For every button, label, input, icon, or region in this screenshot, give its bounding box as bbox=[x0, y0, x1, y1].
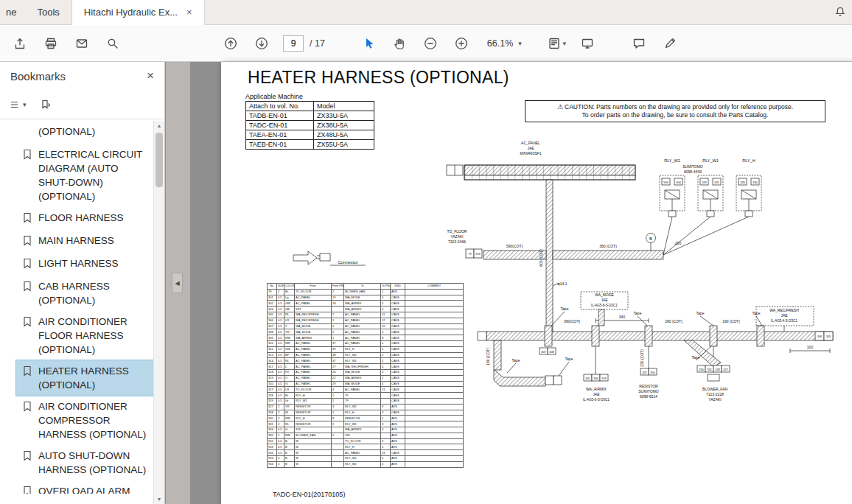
minus-circle-icon bbox=[423, 36, 438, 51]
wire-list-cell: B bbox=[284, 450, 295, 456]
bookmark-item[interactable]: OVERLOAD ALARM HARNESS 1 bbox=[16, 480, 153, 494]
collapse-left-icon: ◀ bbox=[175, 280, 179, 287]
pin-number: 328 bbox=[715, 368, 720, 371]
wire-list-cell bbox=[405, 369, 464, 375]
blower-fan-label: BLOWER_FAN bbox=[702, 387, 728, 391]
pin-number: 308 bbox=[549, 350, 554, 354]
bookmark-item[interactable]: LIGHT HARNESS bbox=[16, 253, 153, 276]
wire-list-header: From bbox=[295, 284, 332, 290]
reading-mode-button[interactable] bbox=[572, 29, 603, 58]
wire-list-row: 3040.5GBSSTWA_AIRMIX4CAVS bbox=[268, 307, 464, 312]
sidebar-scrollbar[interactable]: ▲ ▼ bbox=[153, 121, 164, 504]
close-tab-icon[interactable]: × bbox=[186, 7, 192, 24]
wire-list-cell: AC_PANEL bbox=[344, 312, 381, 318]
comment-button[interactable] bbox=[624, 29, 654, 58]
close-panel-icon[interactable]: × bbox=[147, 69, 154, 83]
wire-list-cell: CAVS bbox=[391, 323, 405, 329]
wire-list-cell: RLY_W1 bbox=[344, 421, 381, 427]
comment-bubble-icon bbox=[632, 36, 646, 51]
bookmark-options-button[interactable]: ▾ bbox=[9, 99, 27, 111]
previous-page-button[interactable] bbox=[215, 29, 246, 58]
caution-box: ⚠CAUTION: Parts numbers on the drawing a… bbox=[525, 100, 825, 122]
bookmark-item[interactable]: CAB HARNESS (OPTIONAL) bbox=[16, 276, 153, 311]
wire-list-cell: 309 bbox=[268, 335, 277, 341]
wire-list-cell: 22 bbox=[332, 375, 344, 381]
applicable-caption: Applicable Machine bbox=[245, 93, 374, 100]
pin-number: 320 bbox=[585, 377, 590, 380]
search-icon bbox=[105, 36, 120, 51]
bookmark-item[interactable]: ELECTRICAL CIRCUIT DIAGRAM (AUTO SHUT-DO… bbox=[16, 144, 153, 207]
document-view[interactable]: HEATER HARNESS (OPTIONAL) Applicable Mac… bbox=[190, 62, 852, 504]
bookmark-label: AIR CONDITIONER FLOOR HARNESS (OPTIONAL) bbox=[38, 315, 149, 357]
wire-list-cell: 318 bbox=[268, 369, 277, 375]
wire-list-cell: 2 bbox=[277, 433, 284, 438]
wire-list-cell: 0.5 bbox=[277, 387, 284, 393]
wire-list-row: 3070.5YWA_MODE1AC_PANEL10CAVS bbox=[268, 323, 464, 329]
dim-180: 180 (COT) bbox=[486, 348, 490, 365]
wire-list-cell: RESISTOR bbox=[295, 410, 332, 416]
zoom-out-button[interactable] bbox=[415, 29, 446, 58]
pin-number: 903 bbox=[663, 181, 668, 184]
highlight-button[interactable] bbox=[654, 29, 685, 58]
b-circle-label: B bbox=[649, 237, 652, 241]
wire-list-cell: 2 bbox=[277, 461, 284, 467]
bookmark-label: MAIN HARNESS bbox=[38, 234, 149, 248]
zoom-level-dropdown[interactable]: 66.1% ▾ bbox=[481, 35, 528, 52]
home-tab-partial[interactable]: ne bbox=[0, 0, 25, 24]
wire-list-cell: RL bbox=[284, 421, 295, 427]
page-number-input[interactable] bbox=[283, 35, 304, 52]
email-button[interactable] bbox=[66, 29, 97, 58]
bookmark-item[interactable]: FLOOR HARNESS bbox=[16, 207, 153, 230]
save-button[interactable] bbox=[4, 29, 35, 58]
envelope-icon bbox=[74, 36, 89, 51]
wire-list-cell bbox=[381, 393, 391, 399]
wire-list-cell: RLY_H bbox=[295, 393, 332, 399]
dim-390: 390(COT) bbox=[564, 319, 581, 323]
wire-list-cell: WA_REC/FRESH bbox=[295, 318, 332, 323]
scrollbar-thumb[interactable] bbox=[156, 133, 163, 187]
page-view-button[interactable]: ▾ bbox=[541, 29, 572, 58]
wire-list-cell: 0.5 bbox=[277, 335, 284, 341]
wire-list-cell: RESISTOR bbox=[344, 416, 381, 421]
notification-bell-icon[interactable] bbox=[833, 5, 848, 20]
tab-document-active[interactable]: Hitachi Hydraulic Ex... × bbox=[71, 0, 205, 25]
scroll-down-icon[interactable]: ▼ bbox=[154, 497, 164, 502]
wa-rec-fresh-part: IL-AG5-4-S-D3C1 bbox=[771, 319, 797, 323]
expand-current-bookmark-button[interactable] bbox=[40, 99, 52, 111]
wire-list-cell: AC_PANEL bbox=[295, 358, 332, 364]
bookmark-item[interactable]: AUTO SHUT-DOWN HARNESS (OPTIONAL) bbox=[16, 445, 153, 480]
connector-legend-label: Connector bbox=[338, 260, 358, 265]
collapse-panel-handle[interactable]: ◀ bbox=[172, 273, 183, 293]
pin-number: 329 bbox=[702, 181, 707, 184]
wire-list-cell: SST bbox=[295, 307, 332, 312]
wire-list-cell: 307 bbox=[268, 323, 277, 329]
wire-list-cell: 5 bbox=[381, 301, 391, 307]
bookmark-item-heater-harness-selected[interactable]: HEATER HARNESS (OPTIONAL) bbox=[16, 360, 153, 396]
select-tool-button[interactable] bbox=[353, 29, 384, 58]
zoom-in-button[interactable] bbox=[446, 29, 477, 58]
wire-list-cell: WA_AIRMIX bbox=[344, 301, 381, 307]
wire-list-cell: 21 bbox=[381, 387, 391, 393]
wire-list-cell: 328 bbox=[268, 393, 277, 399]
bookmark-item[interactable]: AIR CONDITIONER FLOOR HARNESS (OPTIONAL) bbox=[16, 311, 153, 360]
wire-list-cell: AVS bbox=[391, 444, 405, 450]
bookmark-item[interactable]: MAIN HARNESS bbox=[16, 230, 153, 253]
hand-tool-button[interactable] bbox=[384, 29, 415, 58]
wire-list-row: 3050.5RLWA_REC/FRESH2AC_PANEL11CAVS bbox=[268, 312, 464, 318]
relay-maker: SUMITOMO bbox=[682, 164, 703, 169]
wire-list-cell: 1 bbox=[332, 323, 344, 329]
wire-list-row: 3140.5RLAC_PANEL37RLY_W12CAVS bbox=[268, 358, 464, 364]
ac-panel-part: MXM400SF1 bbox=[520, 151, 541, 155]
scroll-up-icon[interactable]: ▲ bbox=[154, 123, 164, 128]
tab-tools[interactable]: Tools bbox=[25, 0, 71, 24]
wire-list-cell: AC_PANEL bbox=[295, 352, 332, 358]
print-button[interactable] bbox=[35, 29, 66, 58]
bookmark-item[interactable]: (OPTIONAL) bbox=[16, 121, 153, 144]
wa-rec-fresh-label: WA_REC/FRESH bbox=[769, 308, 799, 312]
next-page-button[interactable] bbox=[246, 29, 277, 58]
wire-list-cell: W bbox=[295, 438, 332, 444]
ac-panel-label: AC_PANEL bbox=[521, 141, 540, 145]
bookmark-item[interactable]: AIR CONDITIONER COMPRESSOR HARNESS (OPTI… bbox=[16, 396, 153, 445]
find-button[interactable] bbox=[97, 29, 128, 58]
wire-list-cell: AC_PANEL bbox=[344, 329, 381, 335]
